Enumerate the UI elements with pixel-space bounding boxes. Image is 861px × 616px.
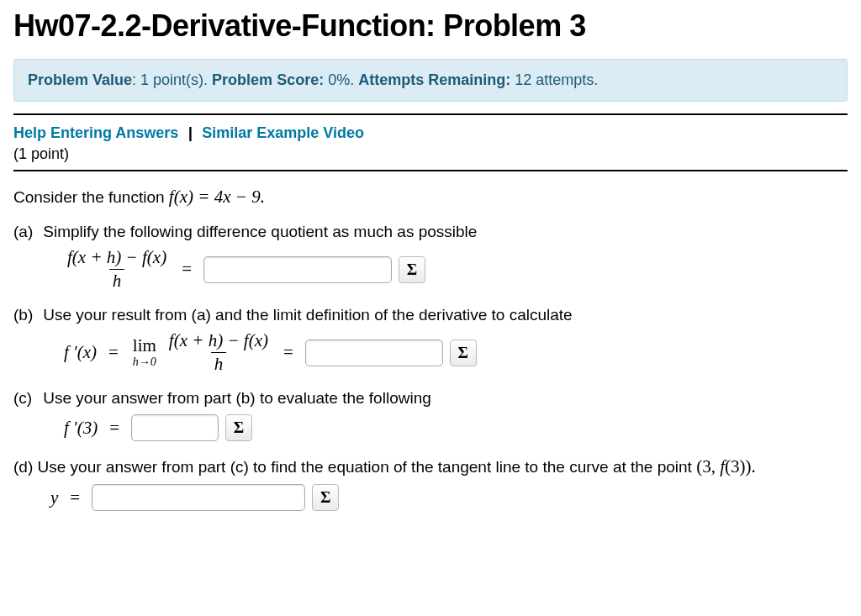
equation-editor-button-c[interactable]: Σ	[225, 414, 252, 441]
lim-sub: h→0	[133, 356, 156, 368]
fprime-3: f ′(3)	[64, 418, 98, 439]
frac-numerator: f(x + h) − f(x)	[166, 331, 272, 352]
equation-editor-button-d[interactable]: Σ	[312, 484, 339, 511]
page-title: Hw07-2.2-Derivative-Function: Problem 3	[13, 8, 848, 44]
equals-sign: =	[70, 487, 80, 508]
part-d: (d) Use your answer from part (c) to fin…	[13, 456, 848, 477]
status-attempts-text: 12 attempts.	[510, 71, 598, 88]
status-attempts-label: Attempts Remaining:	[358, 71, 510, 88]
part-c-expression: f ′(3) = Σ	[64, 414, 848, 441]
part-b-text: Use your result from (a) and the limit d…	[43, 306, 572, 324]
equation-editor-button-a[interactable]: Σ	[399, 256, 425, 283]
points-text: (1 point)	[13, 145, 848, 163]
answer-input-d[interactable]	[92, 484, 305, 511]
intro-prefix: Consider the function	[13, 188, 169, 206]
part-b-expression: f ′(x) = lim h→0 f(x + h) − f(x) h = Σ	[64, 331, 848, 374]
equals-sign: =	[283, 342, 293, 363]
fprime-x: f ′(x)	[64, 342, 97, 363]
part-c: (c) Use your answer from part (b) to eva…	[13, 389, 848, 408]
difference-quotient-fraction: f(x + h) − f(x) h	[64, 248, 170, 291]
part-a-text: Simplify the following difference quotie…	[43, 223, 477, 240]
y-var: y	[50, 487, 58, 508]
similar-example-video-link[interactable]: Similar Example Video	[202, 124, 364, 141]
part-d-label: (d)	[13, 458, 33, 476]
part-c-label: (c)	[13, 389, 39, 408]
part-a-expression: f(x + h) − f(x) h = Σ	[64, 248, 848, 291]
status-score-text: 0%.	[324, 71, 358, 88]
status-value-label: Problem Value	[28, 71, 132, 88]
equation-editor-button-b[interactable]: Σ	[450, 340, 477, 366]
limit-notation: lim h→0	[133, 337, 156, 368]
status-banner: Problem Value: 1 point(s). Problem Score…	[13, 59, 848, 102]
frac-numerator: f(x + h) − f(x)	[64, 248, 170, 269]
part-a-label: (a)	[13, 223, 39, 241]
difference-quotient-fraction-b: f(x + h) − f(x) h	[166, 331, 272, 374]
frac-denominator: h	[109, 269, 125, 291]
part-d-expression: y = Σ	[50, 484, 848, 511]
equals-sign: =	[108, 342, 119, 363]
part-b-label: (b)	[13, 306, 39, 324]
answer-input-a[interactable]	[203, 256, 392, 283]
part-d-math: (3, f(3)).	[696, 456, 756, 476]
part-b: (b) Use your result from (a) and the lim…	[13, 306, 848, 324]
part-c-text: Use your answer from part (b) to evaluat…	[43, 389, 431, 407]
equals-sign: =	[182, 259, 192, 280]
lim-word: lim	[133, 337, 156, 355]
equals-sign: =	[109, 418, 119, 439]
status-value-text: : 1 point(s).	[132, 71, 212, 88]
help-entering-answers-link[interactable]: Help Entering Answers	[13, 124, 178, 141]
answer-input-b[interactable]	[305, 340, 443, 366]
help-bar: Help Entering Answers | Similar Example …	[13, 113, 848, 171]
help-separator: |	[188, 124, 193, 141]
answer-input-c[interactable]	[131, 414, 219, 441]
part-d-text: Use your answer from part (c) to find th…	[38, 458, 697, 476]
intro-math: f(x) = 4x − 9.	[169, 187, 265, 207]
status-score-label: Problem Score:	[212, 71, 324, 88]
part-a: (a) Simplify the following difference qu…	[13, 223, 848, 241]
frac-denominator: h	[211, 352, 227, 374]
intro-text: Consider the function f(x) = 4x − 9.	[13, 187, 848, 208]
